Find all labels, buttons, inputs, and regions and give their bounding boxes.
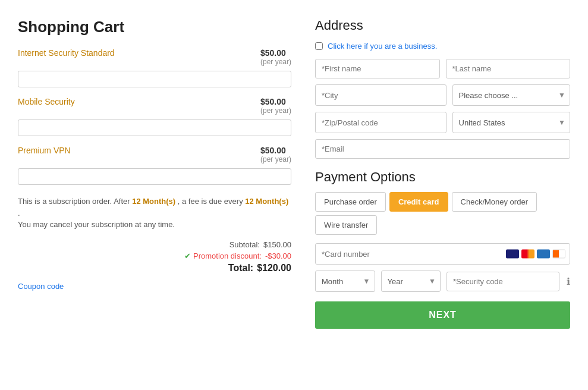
sub-note-2: , a fee is due every xyxy=(178,197,243,206)
card-icons xyxy=(506,250,565,259)
page-title: Shopping Cart xyxy=(18,18,291,36)
state-select-wrapper: Please choose ... Alabama Alaska Califor… xyxy=(452,84,571,106)
year-select[interactable]: Year 202420252026 2027202820292030 xyxy=(381,271,441,292)
card-number-row xyxy=(315,243,570,265)
card-detail-row: Month 010203 040506 070809 101112 ▼ Year… xyxy=(315,271,570,292)
business-checkbox[interactable] xyxy=(315,42,323,50)
subtotal-value: $150.00 xyxy=(263,240,291,249)
name-row xyxy=(315,59,570,78)
sub-note-3: . xyxy=(18,209,20,218)
business-label[interactable]: Click here if you are a business. xyxy=(328,42,437,51)
item-2-price: $50.00 xyxy=(260,97,286,106)
total-value: $120.00 xyxy=(257,263,291,273)
payment-tabs: Purchase order Credit card Check/Money o… xyxy=(315,192,570,235)
item-1-per-year: (per year) xyxy=(260,58,291,66)
amex-icon xyxy=(537,250,550,259)
item-1-name: Internet Security Standard xyxy=(18,48,115,58)
country-select[interactable]: United States Canada United Kingdom Aust… xyxy=(452,112,571,133)
last-name-input[interactable] xyxy=(446,59,571,78)
promotion-row: ✔ Promotion discount: -$30.00 xyxy=(18,251,291,260)
email-input[interactable] xyxy=(315,139,570,159)
totals: Subtotal: $150.00 ✔ Promotion discount: … xyxy=(18,240,291,273)
address-title: Address xyxy=(315,18,570,33)
sub-months-1: 12 Month(s) xyxy=(132,197,175,206)
promotion-value: -$30.00 xyxy=(265,251,291,260)
subtotal-label: Subtotal: xyxy=(229,240,260,249)
discover-icon xyxy=(552,250,565,259)
subscription-note: This is a subscription order. After 12 M… xyxy=(18,196,291,231)
sub-note-1: This is a subscription order. After xyxy=(18,197,130,206)
tab-purchase-order[interactable]: Purchase order xyxy=(315,192,386,212)
zip-country-row: United States Canada United Kingdom Aust… xyxy=(315,112,570,133)
coupon-link[interactable]: Coupon code xyxy=(18,282,64,291)
email-row xyxy=(315,139,570,159)
payment-title: Payment Options xyxy=(315,169,570,185)
item-3-price: $50.00 xyxy=(260,146,286,155)
item-2-name: Mobile Security xyxy=(18,97,75,106)
sub-months-2: 12 Month(s) xyxy=(245,197,288,206)
item-2-per-year: (per year) xyxy=(260,106,291,115)
item-1-price: $50.00 xyxy=(260,48,286,58)
country-select-wrapper: United States Canada United Kingdom Aust… xyxy=(452,112,571,133)
first-name-input[interactable] xyxy=(315,59,440,78)
item-3-per-year: (per year) xyxy=(260,155,291,163)
tab-wire-transfer[interactable]: Wire transfer xyxy=(315,215,377,235)
city-state-row: Please choose ... Alabama Alaska Califor… xyxy=(315,84,570,106)
item-1-input[interactable] xyxy=(18,71,291,87)
state-select[interactable]: Please choose ... Alabama Alaska Califor… xyxy=(452,84,571,106)
info-icon[interactable]: ℹ xyxy=(567,276,570,287)
check-icon: ✔ xyxy=(184,251,191,260)
cart-item-1: Internet Security Standard $50.00 (per y… xyxy=(18,48,291,87)
total-row: Total: $120.00 xyxy=(18,263,291,273)
month-select-wrapper: Month 010203 040506 070809 101112 ▼ xyxy=(315,271,375,292)
item-2-input[interactable] xyxy=(18,119,291,136)
visa-icon xyxy=(506,250,519,259)
item-3-input[interactable] xyxy=(18,168,291,185)
tab-credit-card[interactable]: Credit card xyxy=(389,192,448,212)
item-3-name: Premium VPN xyxy=(18,146,71,155)
sub-cancel: You may cancel your subscription at any … xyxy=(18,220,175,229)
subtotal-row: Subtotal: $150.00 xyxy=(18,240,291,249)
year-select-wrapper: Year 202420252026 2027202820292030 ▼ xyxy=(381,271,441,292)
promotion-label: Promotion discount: xyxy=(193,251,262,260)
mastercard-icon xyxy=(521,250,534,259)
month-select[interactable]: Month 010203 040506 070809 101112 xyxy=(315,271,375,292)
total-label: Total: xyxy=(228,263,253,273)
zip-input[interactable] xyxy=(315,112,446,133)
tab-check-money[interactable]: Check/Money order xyxy=(452,192,537,212)
next-button[interactable]: NEXT xyxy=(315,301,570,329)
city-input[interactable] xyxy=(315,84,446,106)
business-checkbox-row: Click here if you are a business. xyxy=(315,42,570,51)
cart-item-3: Premium VPN $50.00 (per year) xyxy=(18,146,291,185)
cart-item-2: Mobile Security $50.00 (per year) xyxy=(18,97,291,136)
security-code-input[interactable] xyxy=(446,272,559,291)
